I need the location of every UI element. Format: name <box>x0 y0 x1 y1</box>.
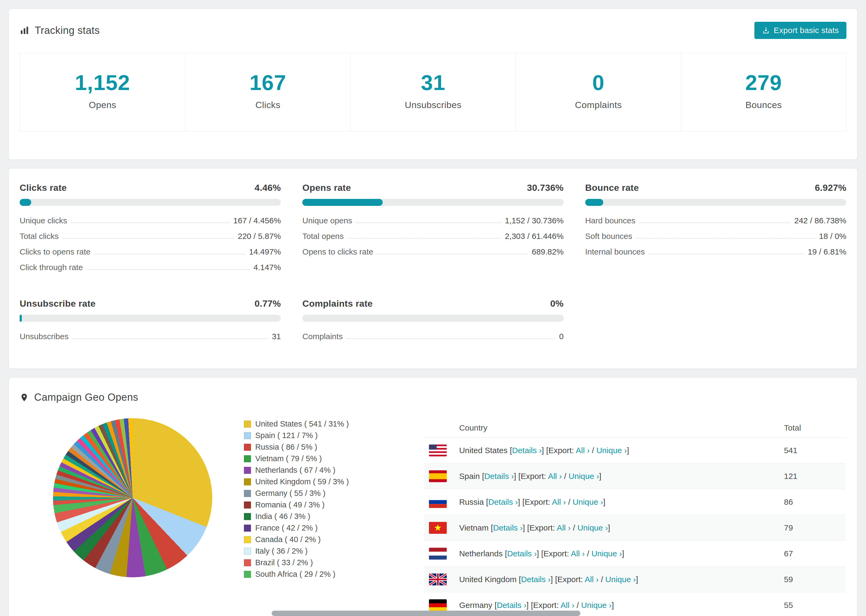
legend-label: Russia ( 86 / 5% ) <box>255 443 317 451</box>
table-row: Netherlands [Details ›] [Export: All › /… <box>424 541 846 567</box>
horizontal-scrollbar-thumb[interactable] <box>272 611 580 616</box>
stat-label: Complaints <box>516 99 681 110</box>
stat-value: 167 <box>185 71 350 95</box>
legend-color-swatch <box>244 525 251 532</box>
country-name: United States <box>459 446 510 455</box>
country-name: Netherlands <box>459 549 505 558</box>
geo-content: United States ( 541 / 31% ) Spain ( 121 … <box>20 418 846 616</box>
rate-block: Complaints rate 0% Complaints 0 <box>302 298 564 344</box>
rate-progress-fill <box>585 199 603 206</box>
legend-item: Canada ( 40 / 2% ) <box>244 534 349 545</box>
legend-item: France ( 42 / 2% ) <box>244 522 349 534</box>
dotted-leader <box>649 254 804 254</box>
country-name: Russia <box>459 498 486 506</box>
legend-label: Romania ( 49 / 3% ) <box>255 500 324 509</box>
rate-detail-row: Complaints 0 <box>302 329 564 344</box>
rate-percent: 30.736% <box>527 182 564 193</box>
legend-item: United States ( 541 / 31% ) <box>244 418 349 430</box>
details-link[interactable]: Details › <box>507 549 537 558</box>
legend-color-swatch <box>244 432 251 439</box>
rate-detail-value: 19 / 6.81% <box>808 247 846 256</box>
export-basic-stats-button[interactable]: Export basic stats <box>754 22 846 39</box>
legend-label: United Kingdom ( 59 / 3% ) <box>255 477 349 486</box>
legend-item: Brazil ( 33 / 2% ) <box>244 557 349 569</box>
rate-detail-value: 2,303 / 61.446% <box>505 232 564 241</box>
legend-item: Netherlands ( 67 / 4% ) <box>244 464 349 476</box>
export-unique-link[interactable]: Unique › <box>581 601 612 610</box>
stat-box: 1,152 Opens <box>20 53 185 131</box>
rate-detail-value: 167 / 4.456% <box>233 216 281 225</box>
export-unique-link[interactable]: Unique › <box>591 549 622 558</box>
country-name: Vietnam <box>459 523 491 532</box>
export-all-link[interactable]: All › <box>576 446 590 455</box>
export-all-link[interactable]: All › <box>561 601 575 610</box>
export-all-link[interactable]: All › <box>552 498 566 506</box>
legend-color-swatch <box>244 513 251 520</box>
rate-detail-label: Complaints <box>302 332 343 341</box>
geo-pie-chart <box>53 418 212 577</box>
export-unique-link[interactable]: Unique › <box>568 472 599 481</box>
rate-title: Clicks rate <box>20 182 67 193</box>
stat-label: Unsubscribes <box>351 99 516 110</box>
dotted-leader <box>71 223 230 223</box>
stat-box: 279 Bounces <box>681 53 846 131</box>
country-column-header: Country <box>459 423 784 432</box>
export-unique-link[interactable]: Unique › <box>578 523 608 532</box>
tracking-stats-page: Tracking stats Export basic stats 1,152 … <box>0 0 866 616</box>
details-link[interactable]: Details › <box>488 498 518 506</box>
rate-detail-label: Unique clicks <box>20 216 67 225</box>
country-total: 55 <box>784 601 846 610</box>
rate-percent: 0% <box>550 298 564 309</box>
stat-value: 31 <box>351 71 516 95</box>
legend-color-swatch <box>244 536 251 543</box>
country-name: United Kingdom <box>459 575 519 584</box>
country-total: 121 <box>784 472 846 481</box>
export-all-link[interactable]: All › <box>585 575 599 584</box>
rate-detail-label: Total opens <box>302 232 343 241</box>
export-prefix-label: Export: <box>548 446 574 455</box>
legend-label: Netherlands ( 67 / 4% ) <box>255 466 335 475</box>
rate-title: Opens rate <box>302 182 351 193</box>
rate-progress-bar <box>302 199 564 206</box>
tracking-stats-card: Tracking stats Export basic stats 1,152 … <box>9 9 857 160</box>
flag-ru-icon <box>429 496 447 508</box>
export-prefix-label: Export: <box>525 498 550 506</box>
dotted-leader <box>346 338 555 339</box>
rate-detail-label: Internal bounces <box>585 247 645 256</box>
legend-label: Spain ( 121 / 7% ) <box>255 431 318 440</box>
geo-opens-card: Campaign Geo Opens United States ( 541 /… <box>9 377 857 616</box>
geo-opens-header: Campaign Geo Opens <box>20 391 846 403</box>
rate-detail-value: 242 / 86.738% <box>794 216 846 225</box>
legend-label: Vietnam ( 79 / 5% ) <box>255 454 322 463</box>
details-link[interactable]: Details › <box>497 601 526 610</box>
legend-item: Spain ( 121 / 7% ) <box>244 430 349 441</box>
stat-label: Clicks <box>185 99 350 110</box>
country-total: 67 <box>784 549 846 558</box>
rate-detail-row: Click through rate 4.147% <box>20 259 281 275</box>
dotted-leader <box>94 254 245 254</box>
export-unique-link[interactable]: Unique › <box>596 446 627 455</box>
legend-color-swatch <box>244 571 251 578</box>
rate-block: Unsubscribe rate 0.77% Unsubscribes 31 <box>20 298 281 344</box>
rate-detail-label: Unsubscribes <box>20 332 69 341</box>
rate-detail-value: 1,152 / 30.736% <box>505 216 564 225</box>
export-all-link[interactable]: All › <box>571 549 585 558</box>
export-all-link[interactable]: All › <box>548 472 562 481</box>
rate-block: Opens rate 30.736% Unique opens 1,152 / … <box>302 182 564 275</box>
rate-block: Clicks rate 4.46% Unique clicks 167 / 4.… <box>20 182 281 275</box>
rate-detail-row: Hard bounces 242 / 86.738% <box>585 213 846 228</box>
details-link[interactable]: Details › <box>493 523 523 532</box>
export-unique-link[interactable]: Unique › <box>605 575 636 584</box>
rate-detail-value: 0 <box>559 332 564 341</box>
details-link[interactable]: Details › <box>512 446 542 455</box>
export-unique-link[interactable]: Unique › <box>573 498 603 506</box>
rate-percent: 4.46% <box>254 182 281 193</box>
table-row: Vietnam [Details ›] [Export: All › / Uni… <box>424 515 846 541</box>
legend-color-swatch <box>244 478 251 486</box>
rate-detail-row: Opens to clicks rate 689.82% <box>302 244 564 259</box>
export-all-link[interactable]: All › <box>557 523 571 532</box>
details-link[interactable]: Details › <box>484 472 514 481</box>
legend-color-swatch <box>244 559 251 566</box>
rate-detail-value: 689.82% <box>532 247 564 256</box>
details-link[interactable]: Details › <box>521 575 551 584</box>
